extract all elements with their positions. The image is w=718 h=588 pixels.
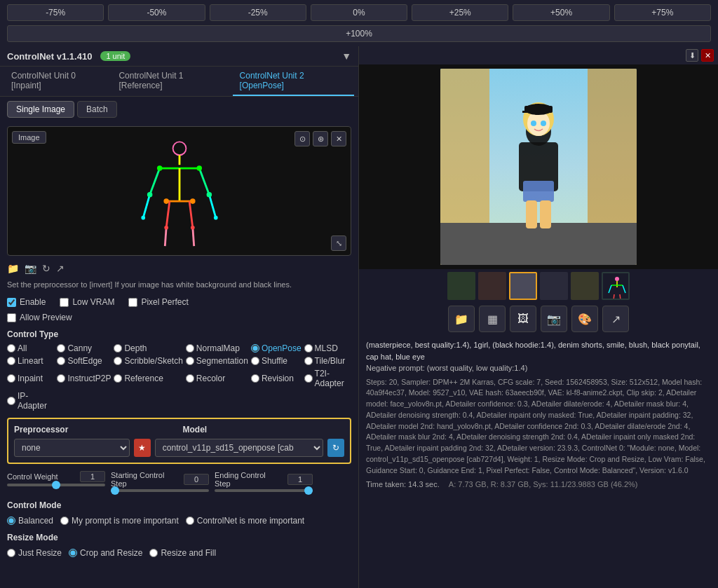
radio-mlsd[interactable]: MLSD [304,343,351,353]
sliders-area: Control Weight Starting Control Step End… [0,467,358,496]
zoom-in-icon[interactable]: ⊙ [294,131,310,146]
mode-controlnet-important[interactable]: ControlNet is more important [186,516,304,526]
radio-reference[interactable]: Reference [114,369,182,388]
time-text: Time taken: 14.3 sec. [366,480,440,488]
controlnet-title: ControlNet v1.1.410 [7,51,92,62]
radio-segmentation-label: Segmentation [196,356,248,366]
image-upload-area[interactable]: Image ⊙ ⊛ ✕ [7,126,351,256]
send-icon[interactable]: ↗ [56,263,65,274]
generation-metadata: Steps: 20, Sampler: DPM++ 2M Karras, CFG… [366,377,711,477]
send-to-icon[interactable]: ↗ [602,306,629,332]
controlnet-header: ControlNet v1.1.410 1 unit ▼ [0,46,358,67]
expand-icon[interactable]: ⤡ [331,235,346,251]
zoom-out-icon[interactable]: ⊛ [313,131,328,146]
allow-preview-checkbox-item[interactable]: Allow Preview [7,313,72,322]
sub-tab-single-image[interactable]: Single Image [7,101,74,118]
run-preprocessor-icon[interactable]: ★ [134,439,151,457]
model-select[interactable]: control_v11p_sd15_openpose [cab [155,439,323,457]
zoom-btn--50[interactable]: -50% [108,4,205,21]
download-btn[interactable]: ⬇ [686,49,698,62]
close-btn[interactable]: ✕ [701,49,714,62]
svg-line-12 [192,227,194,245]
radio-inpaint[interactable]: Inpaint [7,369,54,388]
thumbnail-4[interactable] [540,272,568,300]
camera-icon[interactable]: 📷 [25,263,36,274]
tab-unit-1[interactable]: ControlNet Unit 1 [Reference] [111,67,232,96]
radio-depth[interactable]: Depth [114,343,182,353]
resize-just[interactable]: Just Resize [7,548,62,558]
radio-shuffle[interactable]: Shuffle [251,356,302,366]
zoom-btn-75[interactable]: +75% [614,4,711,21]
radio-canny[interactable]: Canny [57,343,111,353]
resize-crop[interactable]: Crop and Resize [69,548,142,558]
control-type-grid: All Canny Depth NormalMap OpenPose MLSD … [0,342,358,412]
svg-point-17 [141,215,145,219]
refresh-icon[interactable]: ↻ [42,263,50,274]
mode-balanced[interactable]: Balanced [7,516,53,526]
thumbnail-1[interactable] [447,272,475,300]
radio-instructp2p[interactable]: InstructP2P [57,369,111,388]
mode-prompt-important[interactable]: My prompt is more important [60,516,179,526]
low-vram-checkbox[interactable] [60,298,69,307]
radio-lineart[interactable]: Lineart [7,356,54,366]
radio-revision[interactable]: Revision [251,369,302,388]
radio-openpose[interactable]: OpenPose [251,343,302,353]
tabs-row: ControlNet Unit 0 [Inpaint] ControlNet U… [0,67,358,97]
svg-line-10 [165,227,166,245]
zoom-btn-100[interactable]: +100% [7,25,711,42]
ending-step-value[interactable] [287,474,313,485]
thumbnail-3[interactable] [509,272,537,300]
sub-tab-batch[interactable]: Batch [77,101,117,118]
radio-scribble[interactable]: Scribble/Sketch [114,356,182,366]
tab-unit-2[interactable]: ControlNet Unit 2 [OpenPose] [233,67,354,96]
radio-softedge[interactable]: SoftEdge [57,356,111,366]
zoom-btn-0[interactable]: 0% [311,4,407,21]
low-vram-checkbox-item[interactable]: Low VRAM [60,297,114,307]
enable-checkbox-item[interactable]: Enable [7,297,46,307]
upload-icon[interactable]: 📁 [7,263,19,274]
radio-recolor-label: Recolor [196,374,225,383]
radio-t2i-label: T2I-Adapter [315,369,351,388]
radio-normalmap[interactable]: NormalMap [186,343,248,353]
radio-shuffle-label: Shuffle [262,356,287,366]
control-mode-label: Control Mode [0,496,358,513]
zoom-btn-25[interactable]: +25% [412,4,508,21]
radio-ip-adapter[interactable]: IP-Adapter [7,391,54,411]
radio-t2i[interactable]: T2I-Adapter [304,369,351,388]
thumbnail-2[interactable] [478,272,506,300]
svg-rect-26 [440,223,637,265]
zoom-btn-50[interactable]: +50% [513,4,609,21]
main-layout: ControlNet v1.1.410 1 unit ▼ ControlNet … [0,46,718,588]
radio-recolor[interactable]: Recolor [186,369,248,388]
resize-fill[interactable]: Resize and Fill [149,548,216,558]
thumbnail-5[interactable] [571,272,599,300]
allow-preview-checkbox[interactable] [7,313,16,322]
zoom-btn--75[interactable]: -75% [7,4,104,21]
refresh-model-icon[interactable]: ↻ [327,439,344,457]
radio-tileblur[interactable]: Tile/Blur [304,356,351,366]
folder-icon[interactable]: 📁 [448,306,475,332]
pixel-perfect-checkbox-item[interactable]: Pixel Perfect [128,297,188,307]
radio-segmentation[interactable]: Segmentation [186,356,248,366]
palette-icon[interactable]: 🎨 [571,306,598,332]
tab-unit-0[interactable]: ControlNet Unit 0 [Inpaint] [4,67,111,96]
enable-checkbox[interactable] [7,298,16,307]
ending-step-slider[interactable] [215,489,313,492]
resize-mode-row: Just Resize Crop and Resize Resize and F… [0,545,358,561]
pixel-perfect-checkbox[interactable] [128,298,137,307]
thumbnail-6[interactable] [602,272,630,300]
preprocessor-select[interactable]: none [14,439,130,457]
photo-icon[interactable]: 📷 [541,306,567,332]
dropdown-arrow-icon[interactable]: ▼ [341,50,351,62]
pose-canvas [130,135,229,247]
radio-all[interactable]: All [7,343,54,353]
image-icon[interactable]: 🖼 [510,306,536,332]
grid-icon[interactable]: ▦ [479,306,506,332]
starting-step-slider[interactable] [111,489,209,492]
main-generated-image [440,69,637,265]
control-weight-slider[interactable] [7,484,105,486]
zoom-btn--25[interactable]: -25% [210,4,306,21]
enable-label: Enable [20,297,46,307]
starting-step-value[interactable] [184,474,209,485]
close-image-icon[interactable]: ✕ [331,131,346,146]
